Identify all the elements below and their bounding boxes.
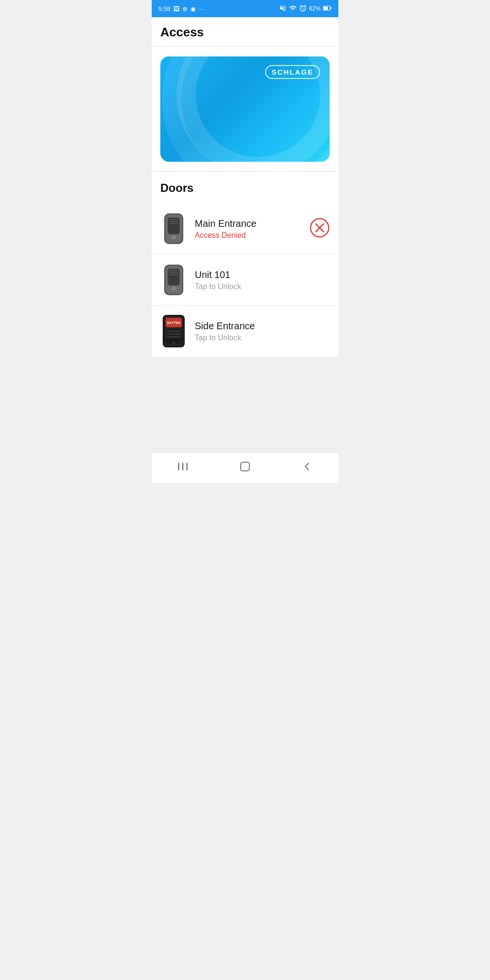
header: Access — [152, 17, 338, 47]
svg-rect-9 — [169, 221, 178, 222]
svg-rect-26 — [167, 330, 181, 332]
door-info-3: Side Entrance Tap to Unlock — [195, 321, 330, 342]
svg-point-18 — [172, 287, 176, 290]
door-reader-icon-gray-1 — [163, 212, 185, 245]
door-status-2: Tap to Unlock — [195, 282, 330, 291]
door-name-3: Side Entrance — [195, 321, 330, 332]
svg-rect-6 — [168, 218, 179, 234]
schlage-card[interactable]: SCHLAGE — [160, 56, 330, 162]
door-item-unit-101[interactable]: Unit 101 Tap to Unlock — [152, 254, 338, 305]
svg-rect-31 — [178, 463, 179, 470]
battery-icon — [323, 5, 332, 12]
schlage-logo: SCHLAGE — [265, 65, 320, 79]
bottom-nav — [152, 452, 338, 483]
more-icon: ··· — [199, 5, 204, 12]
mute-icon — [279, 4, 287, 13]
location-icon: ◉ — [190, 5, 196, 12]
status-right: 62% — [279, 4, 332, 13]
svg-rect-17 — [168, 269, 179, 285]
svg-rect-27 — [167, 333, 181, 335]
door-status-1: Access Denied — [195, 231, 302, 240]
status-bar: 5:58 🖼 ⊗ ◉ ··· 62% — [152, 0, 338, 17]
door-reader-icon-gray-2 — [163, 264, 185, 296]
door-item-side-entrance[interactable]: SKYTEK Side Entrance Tap to Unlock — [152, 305, 338, 356]
svg-rect-20 — [169, 272, 178, 273]
door-icon-wrap-2 — [160, 263, 187, 297]
door-info-2: Unit 101 Tap to Unlock — [195, 269, 330, 291]
svg-rect-10 — [169, 223, 178, 224]
door-item-main-entrance[interactable]: Main Entrance Access Denied — [152, 203, 338, 254]
link-icon: ⊗ — [182, 5, 188, 12]
svg-rect-19 — [169, 270, 178, 271]
door-reader-icon-black: SKYTEK — [162, 314, 186, 348]
svg-rect-33 — [187, 463, 188, 470]
door-name-2: Unit 101 — [195, 269, 330, 280]
svg-rect-34 — [241, 462, 249, 471]
svg-point-7 — [172, 235, 176, 239]
main-content: SCHLAGE Doors — [152, 47, 338, 356]
home-icon — [239, 461, 251, 472]
door-action-1[interactable] — [310, 218, 330, 240]
denied-icon-1 — [310, 218, 330, 238]
door-info-1: Main Entrance Access Denied — [195, 218, 302, 240]
status-left: 5:58 🖼 ⊗ ◉ ··· — [158, 5, 204, 12]
doors-title: Doors — [160, 181, 330, 195]
recent-apps-button[interactable] — [152, 461, 214, 472]
svg-rect-32 — [182, 463, 184, 470]
door-icon-wrap-3: SKYTEK — [160, 314, 187, 348]
page-title: Access — [160, 25, 330, 40]
svg-rect-1 — [330, 7, 331, 9]
svg-rect-2 — [323, 6, 328, 10]
door-name-1: Main Entrance — [195, 218, 302, 229]
svg-point-29 — [172, 342, 175, 345]
card-section: SCHLAGE — [152, 47, 338, 171]
alarm-icon — [299, 4, 307, 13]
spacer — [152, 356, 338, 452]
svg-rect-21 — [169, 274, 178, 275]
recent-apps-icon — [176, 461, 189, 472]
home-button[interactable] — [214, 461, 276, 472]
back-icon — [301, 461, 313, 472]
door-list: Main Entrance Access Denied — [152, 203, 338, 356]
back-button[interactable] — [276, 461, 338, 472]
battery-text: 62% — [309, 5, 321, 12]
doors-section: Doors — [152, 172, 338, 203]
door-icon-wrap-1 — [160, 212, 187, 245]
gallery-icon: 🖼 — [173, 5, 179, 12]
svg-rect-8 — [169, 219, 178, 220]
status-time: 5:58 — [158, 5, 170, 12]
door-status-3: Tap to Unlock — [195, 334, 330, 342]
wifi-icon — [289, 4, 297, 13]
svg-text:SKYTEK: SKYTEK — [167, 321, 180, 324]
svg-rect-28 — [167, 336, 181, 338]
